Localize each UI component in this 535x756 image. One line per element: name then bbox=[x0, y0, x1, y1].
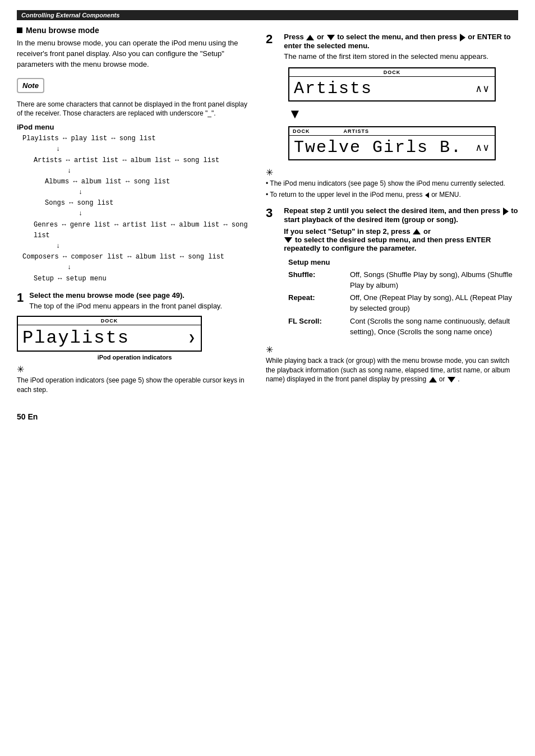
lcd2b-arrows: ∧∨ bbox=[476, 141, 490, 154]
menu-arrow-5: ↓ bbox=[56, 241, 252, 252]
triangle-up-icon bbox=[306, 35, 314, 40]
menu-row-genres: Genres ↔ genre list ↔ artist list ↔ albu… bbox=[34, 220, 252, 241]
menu-row-composers: Composers ↔ composer list ↔ album list ↔… bbox=[22, 252, 252, 262]
menu-arrow-6: ↓ bbox=[67, 262, 252, 273]
menu-row-setup: Setup ↔ setup menu bbox=[34, 274, 252, 284]
note-box: Note bbox=[17, 78, 44, 93]
tip2-bullet2: • To return to the upper level in the iP… bbox=[266, 190, 518, 200]
tip2-bullet1: • The iPod menu indicators (see page 5) … bbox=[266, 179, 518, 188]
top-bar-text: Controlling External Components bbox=[21, 12, 119, 19]
menu-tree: Playlists ↔ play list ↔ song list ↓ Arti… bbox=[22, 133, 252, 284]
lcd-display-1: DOCK Playlists ❯ bbox=[17, 316, 202, 352]
tip1-text: The iPod operation indicators (see page … bbox=[17, 376, 252, 395]
tip1-icon: ✳ bbox=[17, 364, 252, 375]
repeat-label: Repeat: bbox=[288, 292, 350, 315]
step2-body: The name of the first item stored in the… bbox=[284, 52, 518, 61]
tip3-text: While playing back a track (or group) wi… bbox=[266, 356, 518, 384]
lcd2a-arrows: ∧∨ bbox=[476, 82, 490, 95]
top-bar: Controlling External Components bbox=[17, 10, 518, 20]
tip3-end: or bbox=[439, 375, 445, 383]
lcd2a-text-row: Artists ∧∨ bbox=[289, 77, 495, 100]
menu-arrow-4: ↓ bbox=[79, 209, 252, 219]
menu-row-songs: Songs ↔ song list bbox=[45, 198, 252, 209]
menu-arrow-3: ↓ bbox=[79, 187, 252, 198]
step2-or-label: or bbox=[317, 33, 326, 41]
arrow-down-icon: ▼ bbox=[288, 106, 302, 122]
lcd2a-dock-label: DOCK bbox=[289, 68, 495, 77]
page: Controlling External Components Menu bro… bbox=[0, 0, 535, 756]
tip2-icon: ✳ bbox=[266, 167, 518, 178]
tip2-bullet2-end: or MENU. bbox=[431, 191, 461, 199]
step3-tri-up bbox=[413, 229, 421, 234]
step1-block: 1 Select the menu browse mode (see page … bbox=[17, 291, 252, 395]
menu-row-albums: Albums ↔ album list ↔ song list bbox=[45, 177, 252, 187]
setup-menu-title: Setup menu bbox=[288, 258, 518, 266]
lcd-display-2b: DOCK ARTISTS Twelve Girls B. ∧∨ bbox=[288, 126, 496, 160]
menu-row-playlists: Playlists ↔ play list ↔ song list bbox=[22, 133, 252, 144]
lcd-display-2a: DOCK Artists ∧∨ bbox=[288, 67, 496, 102]
repeat-val: Off, One (Repeat Play by song), ALL (Rep… bbox=[350, 292, 518, 315]
step1-number: 1 bbox=[17, 291, 24, 305]
setup-row-shuffle: Shuffle: Off, Songs (Shuffle Play by son… bbox=[288, 269, 518, 292]
step2-press-label: Press bbox=[284, 33, 306, 41]
lcd2b-text: Twelve Girls B. bbox=[294, 138, 462, 157]
setup-table: Shuffle: Off, Songs (Shuffle Play by son… bbox=[288, 269, 518, 339]
lcd2b-text-row: Twelve Girls B. ∧∨ bbox=[289, 136, 495, 159]
tip3-tri-down bbox=[448, 377, 455, 382]
shuffle-val: Off, Songs (Shuffle Play by song), Album… bbox=[350, 269, 518, 292]
triangle-left-small-icon bbox=[425, 192, 429, 198]
lcd2b-dock-label-row: DOCK ARTISTS bbox=[289, 127, 495, 136]
step1-heading: Select the menu browse mode (see page 49… bbox=[29, 291, 252, 299]
note-title: Note bbox=[22, 81, 39, 90]
step3-if-text: If you select "Setup" in step 2, press bbox=[284, 227, 412, 236]
lcd1-caption: iPod operation indicators bbox=[17, 354, 252, 361]
menu-arrow-1: ↓ bbox=[56, 144, 252, 155]
menu-arrow-2: ↓ bbox=[67, 166, 252, 177]
tip3-period: . bbox=[458, 375, 459, 383]
step3-sub-text: If you select "Setup" in step 2, press o… bbox=[284, 227, 518, 252]
step3-or-text: or bbox=[423, 227, 431, 236]
lcd2b-artists-text: ARTISTS bbox=[344, 128, 370, 134]
intro-text: In the menu browse mode, you can operate… bbox=[17, 38, 252, 70]
step3-content: Repeat step 2 until you select the desir… bbox=[284, 206, 518, 252]
note-text: There are some characters that cannot be… bbox=[17, 100, 252, 119]
lcd2a-text: Artists bbox=[294, 79, 372, 98]
step3-number: 3 bbox=[266, 206, 273, 252]
ipod-menu-title: iPod menu bbox=[17, 123, 252, 131]
step3-repeat-text: Repeat step 2 until you select the desir… bbox=[284, 206, 502, 215]
page-number: 50 En bbox=[17, 412, 38, 421]
right-column: 2 Press or to select the menu, and then … bbox=[266, 26, 518, 401]
lcd2b-dock-text: DOCK bbox=[293, 128, 310, 134]
step3-heading: Repeat step 2 until you select the desir… bbox=[284, 206, 518, 224]
lcd1-dock-label: DOCK bbox=[18, 317, 201, 325]
page-footer: 50 En bbox=[17, 412, 518, 421]
section-title: Menu browse mode bbox=[17, 26, 252, 35]
step2-block: 2 Press or to select the menu, and then … bbox=[266, 33, 518, 200]
section-title-text: Menu browse mode bbox=[26, 26, 99, 35]
tip3-icon: ✳ bbox=[266, 344, 518, 355]
step3-block: 3 Repeat step 2 until you select the des… bbox=[266, 206, 518, 384]
step3-triangle-right bbox=[503, 208, 509, 215]
step3-configure-text: to select the desired setup menu, and th… bbox=[284, 236, 491, 252]
flscroll-label: FL Scroll: bbox=[288, 315, 350, 339]
triangle-down-icon bbox=[327, 35, 335, 40]
shuffle-label: Shuffle: bbox=[288, 269, 350, 292]
setup-row-flscroll: FL Scroll: Cont (Scrolls the song name c… bbox=[288, 315, 518, 339]
step3-tri-down bbox=[284, 237, 292, 243]
left-column: Menu browse mode In the menu browse mode… bbox=[17, 26, 252, 401]
step2-content: Press or to select the menu, and then pr… bbox=[284, 33, 518, 61]
step1-body: The top of the iPod menu appears in the … bbox=[29, 302, 252, 310]
lcd1-text-row: Playlists ❯ bbox=[18, 325, 201, 351]
bullet-icon bbox=[17, 27, 22, 33]
menu-row-artists: Artists ↔ artist list ↔ album list ↔ son… bbox=[34, 155, 252, 166]
flscroll-val: Cont (Scrolls the song name continuously… bbox=[350, 315, 518, 339]
step2-number: 2 bbox=[266, 33, 273, 61]
setup-row-repeat: Repeat: Off, One (Repeat Play by song), … bbox=[288, 292, 518, 315]
lcd1-arrow: ❯ bbox=[188, 331, 196, 345]
tip3-tri-up bbox=[429, 377, 437, 382]
step2-to-select: to select the menu, and then press bbox=[337, 33, 459, 41]
triangle-right-icon bbox=[460, 34, 465, 42]
step2-heading: Press or to select the menu, and then pr… bbox=[284, 33, 518, 50]
lcd1-text: Playlists bbox=[22, 328, 130, 348]
